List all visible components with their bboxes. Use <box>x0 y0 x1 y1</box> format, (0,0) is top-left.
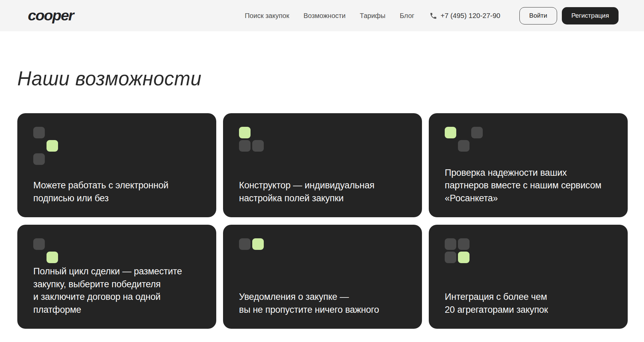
features-section: Наши возможности Можете работать с элект… <box>0 69 644 329</box>
phone-icon <box>429 12 437 20</box>
feature-card-notifications: Уведомления о закупке — вы не пропустите… <box>223 225 422 329</box>
gray-pixel-square <box>445 238 456 250</box>
pixel-art-icon <box>445 127 612 152</box>
phone-link[interactable]: +7 (495) 120-27-90 <box>429 12 500 20</box>
green-pixel-square <box>47 252 58 263</box>
feature-card-integration: Интеграция с более чем 20 агрегаторами з… <box>429 225 628 329</box>
gray-pixel-square <box>458 140 470 152</box>
pixel-art-icon <box>239 127 406 152</box>
feature-card-partner-check: Проверка надежности ваших партнеров вмес… <box>429 113 628 217</box>
gray-pixel-square <box>471 127 483 138</box>
feature-card-full-cycle: Полный цикл сделки — разместите закупку,… <box>17 225 216 329</box>
nav-item-procurement-search[interactable]: Поиск закупок <box>245 12 289 20</box>
gray-pixel-square <box>458 238 470 250</box>
green-pixel-square <box>445 127 456 138</box>
green-pixel-square <box>458 252 470 263</box>
feature-card-text: Уведомления о закупке — вы не пропустите… <box>239 291 406 317</box>
main-nav: Поиск закупок Возможности Тарифы Блог <box>245 12 415 20</box>
green-pixel-square <box>47 140 58 152</box>
pixel-art-icon <box>239 238 406 250</box>
feature-card-text: Конструктор — индивидуальная настройка п… <box>239 179 406 205</box>
auth-buttons: Войти Регистрация <box>519 7 619 24</box>
gray-pixel-square <box>239 140 251 152</box>
nav-item-features[interactable]: Возможности <box>303 12 346 20</box>
pixel-art-icon <box>445 238 612 263</box>
gray-pixel-square <box>252 140 264 152</box>
feature-card-text: Полный цикл сделки — разместите закупку,… <box>33 265 201 317</box>
pixel-art-icon <box>33 238 201 263</box>
register-button[interactable]: Регистрация <box>562 7 619 24</box>
gray-pixel-square <box>445 252 456 263</box>
feature-card-text: Проверка надежности ваших партнеров вмес… <box>445 167 612 205</box>
phone-number: +7 (495) 120-27-90 <box>441 12 500 20</box>
gray-pixel-square <box>239 238 251 250</box>
logo[interactable]: cooper <box>28 7 73 24</box>
features-grid: Можете работать с электронной подписью и… <box>17 113 628 329</box>
feature-card-constructor: Конструктор — индивидуальная настройка п… <box>223 113 422 217</box>
page-title: Наши возможности <box>17 69 625 89</box>
green-pixel-square <box>239 127 251 138</box>
nav-item-tariffs[interactable]: Тарифы <box>360 12 386 20</box>
gray-pixel-square <box>33 238 45 250</box>
gray-pixel-square <box>33 127 45 138</box>
feature-card-text: Можете работать с электронной подписью и… <box>33 179 201 205</box>
green-pixel-square <box>252 238 264 250</box>
pixel-art-icon <box>33 127 201 165</box>
feature-card-text: Интеграция с более чем 20 агрегаторами з… <box>445 291 612 317</box>
nav-item-blog[interactable]: Блог <box>400 12 414 20</box>
header: cooper Поиск закупок Возможности Тарифы … <box>0 0 644 31</box>
feature-card-esignature: Можете работать с электронной подписью и… <box>17 113 216 217</box>
gray-pixel-square <box>33 153 45 165</box>
login-button[interactable]: Войти <box>519 7 557 24</box>
